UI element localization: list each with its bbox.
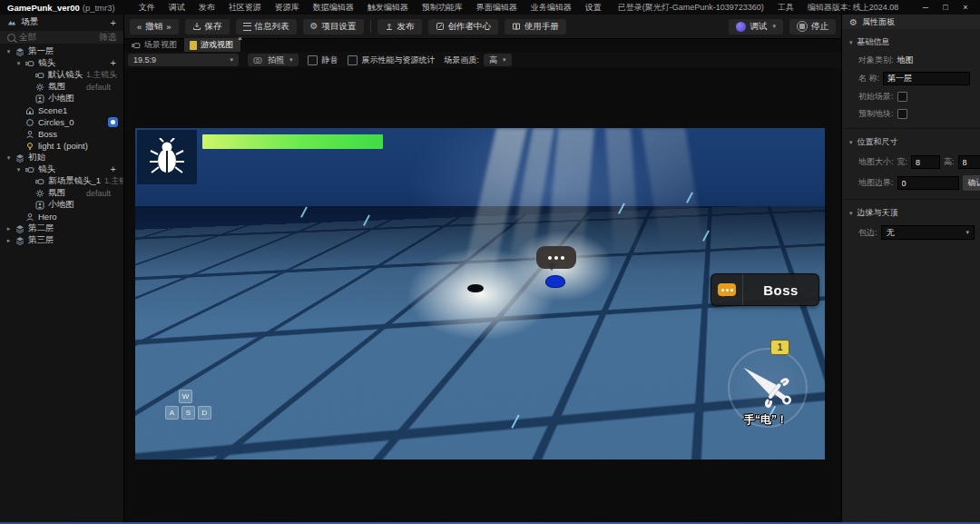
aspect-ratio-select[interactable]: 19.5:9 ▾: [128, 54, 239, 66]
tree-caret-icon[interactable]: ▾: [15, 60, 22, 67]
tree-item-镜头[interactable]: ▾镜头+: [0, 163, 123, 175]
app-title: GamePunk_ver00(p_tmr3): [7, 3, 115, 13]
tree-item-label: 默认镜头: [48, 69, 83, 81]
collapse-icon[interactable]: ▾: [849, 39, 853, 46]
checkbox-icon[interactable]: [348, 55, 358, 65]
speech-bubble: [536, 246, 576, 269]
stats-checkbox[interactable]: 展示性能与资源统计: [348, 54, 436, 66]
menu-item-10[interactable]: 设置: [585, 2, 602, 14]
tree-item-Scene1[interactable]: Scene1: [0, 104, 123, 116]
tree-item-小地图[interactable]: 小地图: [0, 93, 123, 104]
menu-item-4[interactable]: 资源库: [275, 2, 299, 14]
map-boundary-row: 地图边界: 确认: [842, 173, 980, 193]
map-height-input[interactable]: [958, 155, 980, 169]
chevron-down-icon: ▾: [289, 56, 293, 64]
undo-button[interactable]: 撤销: [145, 21, 162, 33]
manual-button[interactable]: 使用手册: [505, 19, 566, 35]
minimap-icon: [35, 94, 44, 104]
debug-button[interactable]: 调试 ▾: [729, 19, 783, 35]
tab-scene-view[interactable]: 场景视图: [126, 38, 184, 52]
game-viewport[interactable]: Boss 1 手“电”！ W A: [135, 128, 825, 460]
menu-item-7[interactable]: 预制功能库: [422, 2, 463, 14]
tree-item-默认镜头[interactable]: 默认镜头1.主镜头: [0, 69, 123, 81]
menu-item-5[interactable]: 数据编辑器: [313, 2, 354, 14]
tree-caret-icon[interactable]: ▾: [5, 154, 12, 162]
tree-item-Hero[interactable]: Hero: [0, 211, 123, 222]
blue-creature[interactable]: [545, 275, 565, 288]
minimap-icon: [35, 201, 44, 210]
menu-item-8[interactable]: 界面编辑器: [476, 2, 517, 14]
key-hint-d: D: [198, 406, 211, 420]
project-settings-button[interactable]: ⚙ 项目设置: [303, 19, 364, 35]
close-icon[interactable]: ×: [960, 3, 971, 12]
tab-game-view[interactable]: 游戏视图 ×: [184, 38, 240, 52]
atmosphere-icon: [35, 189, 44, 198]
menu-item-1[interactable]: 调试: [169, 2, 185, 14]
map-boundary-input[interactable]: [897, 176, 959, 190]
menu-item-9[interactable]: 业务编辑器: [531, 2, 572, 14]
collapse-icon[interactable]: ▾: [849, 210, 853, 217]
section-basic-info[interactable]: ▾ 基础信息: [842, 29, 980, 52]
login-status[interactable]: 已登录(聚光灯-GamePunk-1039723360): [618, 2, 764, 14]
tree-item-氛围[interactable]: 氛围default: [0, 187, 123, 199]
quality-select[interactable]: 高 ▾: [484, 54, 512, 66]
info-list-button[interactable]: 信息列表: [236, 19, 297, 35]
menu-item-0[interactable]: 文件: [139, 2, 155, 14]
map-width-input[interactable]: [911, 155, 940, 169]
tree-caret-icon[interactable]: ▾: [5, 48, 12, 55]
menu-item-3[interactable]: 社区资源: [229, 2, 261, 14]
menu-item-2[interactable]: 发布: [199, 2, 215, 14]
section-edge[interactable]: ▾ 边缘与天顶: [842, 200, 980, 222]
publish-button[interactable]: 发布: [377, 19, 422, 35]
black-creature[interactable]: [467, 284, 484, 292]
tree-item-氛围[interactable]: 氛围default: [0, 81, 123, 93]
debug-splash: [137, 130, 197, 184]
tree-item-label: 新场景镜头_1: [48, 175, 101, 187]
menu-tools[interactable]: 工具: [778, 2, 794, 14]
section-position-size[interactable]: ▾ 位置和尺寸: [842, 129, 980, 152]
checkbox-icon[interactable]: [308, 55, 318, 65]
circle-icon: [25, 118, 34, 127]
tree-item-第一层[interactable]: ▾第一层: [0, 45, 123, 57]
add-child-button[interactable]: +: [111, 59, 118, 67]
tree-caret-icon[interactable]: ▸: [5, 237, 12, 244]
tree-item-镜头[interactable]: ▾镜头+: [0, 57, 123, 69]
menu-item-6[interactable]: 触发编辑器: [368, 2, 408, 14]
maximize-icon[interactable]: □: [940, 3, 951, 12]
confirm-boundary-button[interactable]: 确认: [963, 175, 980, 191]
add-scene-button[interactable]: +: [111, 18, 116, 27]
tree-caret-icon[interactable]: ▸: [5, 225, 12, 232]
tree-item-第三层[interactable]: ▸第三层: [0, 234, 123, 246]
initial-scene-checkbox[interactable]: [897, 92, 907, 102]
tree-item-第二层[interactable]: ▸第二层: [0, 222, 123, 234]
minimize-icon[interactable]: ─: [920, 3, 931, 12]
tree-item-初始[interactable]: ▾初始: [0, 152, 123, 163]
wrap-select[interactable]: 无 ▾: [881, 225, 975, 240]
name-input[interactable]: [883, 72, 970, 85]
tree-item-Circles_0[interactable]: Circles_0: [0, 116, 123, 128]
mute-checkbox[interactable]: 静音: [308, 54, 338, 66]
undo-icon[interactable]: «: [137, 22, 142, 32]
tab-close-icon[interactable]: ×: [238, 35, 242, 43]
undo-redo-group[interactable]: « 撤销 »: [130, 19, 179, 35]
tree-item-新场景镜头_1[interactable]: 新场景镜头_11.主镜头: [0, 175, 123, 187]
tree-caret-icon[interactable]: ▾: [15, 166, 22, 173]
stop-icon: [797, 21, 808, 32]
map-size-row: 地图大小: 宽: 高: 确认: [842, 152, 980, 173]
chevron-down-icon[interactable]: ▾: [772, 23, 776, 30]
creator-center-button[interactable]: 创作者中心: [428, 19, 499, 35]
redo-icon[interactable]: »: [166, 22, 171, 32]
tree-item-light 1 (point)[interactable]: light 1 (point): [0, 140, 123, 152]
tree-item-小地图[interactable]: 小地图: [0, 199, 123, 211]
screenshot-button[interactable]: 拍照 ▾: [248, 54, 299, 66]
filter-button[interactable]: 筛选: [99, 32, 116, 44]
collapse-icon[interactable]: ▾: [849, 139, 853, 146]
stop-button[interactable]: 停止: [789, 19, 836, 35]
tree-item-Boss[interactable]: Boss: [0, 128, 123, 140]
save-button[interactable]: 保存: [185, 19, 230, 35]
add-child-button[interactable]: +: [111, 165, 118, 173]
prefab-tile-checkbox[interactable]: [897, 109, 907, 119]
character-icon: [25, 130, 34, 139]
blue-indicator-badge[interactable]: [108, 117, 118, 127]
search-input[interactable]: 全部: [19, 32, 36, 44]
